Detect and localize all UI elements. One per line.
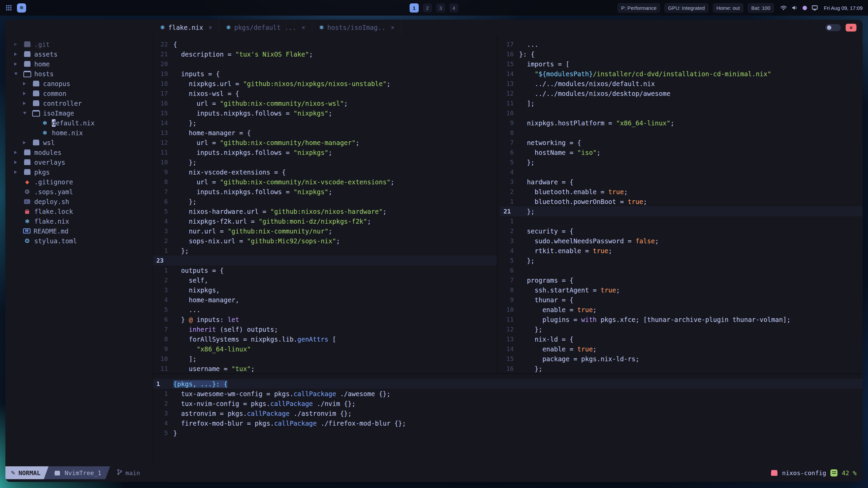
code-line: 7 programs = { (500, 275, 863, 285)
tree-item-default-nix[interactable]: ❄default.nix (14, 118, 153, 128)
workspace-2[interactable]: 2 (423, 3, 432, 13)
tree-item-stylua-toml[interactable]: ⚙stylua.toml (14, 236, 153, 246)
line-number: 15 (500, 60, 519, 67)
tree-item-gitignore[interactable]: ◆.gitignore (14, 177, 153, 187)
workspace-4[interactable]: 4 (449, 3, 458, 13)
tab-close-icon[interactable]: × (302, 24, 305, 31)
tree-item-home[interactable]: home (14, 59, 153, 69)
tree-item-pkgs[interactable]: pkgs (14, 167, 153, 177)
tab-pkgs-default[interactable]: ❄pkgs/default ...× (219, 20, 312, 35)
tree-item-modules[interactable]: modules (14, 147, 153, 157)
apps-grid-icon[interactable] (5, 4, 12, 11)
tree-item-assets[interactable]: assets (14, 49, 153, 59)
code-line: 5} (153, 428, 863, 438)
mode-indicator: ✎ NORMAL (5, 466, 48, 479)
workspace-1[interactable]: 1 (410, 3, 419, 13)
line-number: 4 (153, 420, 173, 427)
code-text: nixpkgs.url = "github:nixos/nixpkgs/nixo… (173, 80, 391, 87)
code-text: sops-nix.url = "github:Mic92/sops-nix"; (173, 237, 340, 245)
code-text: { (173, 41, 177, 48)
tree-item-flake-lock[interactable]: flake.lock (14, 206, 153, 216)
line-number: 6 (153, 316, 173, 323)
code-line: 4 firefox-mod-blur = pkgs.callPackage ./… (153, 418, 863, 428)
code-text: nur.url = "github:nix-community/nur"; (173, 227, 332, 235)
chevron-closed-icon (14, 43, 23, 46)
line-number: 11 (500, 316, 519, 323)
nix-logo-icon[interactable]: ❄ (17, 3, 26, 13)
chevron-closed-icon (14, 151, 23, 154)
tree-item-label: home.nix (52, 129, 83, 137)
code-text: home-manager = { (173, 129, 251, 137)
line-number: 5 (153, 208, 173, 215)
tree-item-home-nix[interactable]: ❄home.nix (14, 128, 153, 138)
editor-pane-flake-nix[interactable]: 22{21 description = "tux's NixOS Flake";… (153, 35, 497, 373)
tree-item-readme-md[interactable]: README.md (14, 226, 153, 236)
line-number: 16 (500, 365, 519, 372)
code-text: url = "github:nix-community/nix-vscode-e… (173, 178, 394, 186)
chevron-closed-icon (14, 170, 23, 174)
code-text: }; (173, 159, 197, 166)
markdown-icon (23, 228, 31, 233)
line-number: 16 (153, 100, 173, 107)
code-text: bluetooth.enable = true; (519, 188, 628, 196)
line-number: 2 (153, 400, 173, 407)
code-line: 1 tux-awesome-wm-config = pkgs.callPacka… (153, 389, 863, 399)
tab-hosts-isoimag[interactable]: ❄hosts/isoImag..× (312, 20, 401, 35)
tree-item-isoimage[interactable]: isoImage (14, 108, 153, 118)
tree-item-canopus[interactable]: canopus (14, 79, 153, 88)
code-text: home-manager, (173, 296, 239, 304)
code-text: {pkgs, ...}: { (173, 380, 228, 388)
code-line: 6 }; (153, 197, 497, 206)
tab-label: pkgs/default ... (234, 24, 296, 31)
code-line: 8 (500, 128, 863, 138)
tree-item-overlays[interactable]: overlays (14, 157, 153, 167)
volume-icon[interactable] (792, 5, 798, 11)
code-line: 6 (500, 265, 863, 275)
tree-item-deploy-sh[interactable]: deploy.sh (14, 197, 153, 206)
window-toggle[interactable] (825, 24, 841, 31)
tree-item-flake-nix[interactable]: ❄flake.nix (14, 216, 153, 226)
workspace-3[interactable]: 3 (436, 3, 445, 13)
code-text: nixpkgs, (173, 286, 220, 294)
bufferline: ❄flake.nix×❄pkgs/default ...×❄hosts/isoI… (5, 20, 863, 35)
code-line: 13 ../../modules/nixos/default.nix (500, 79, 863, 88)
code-text: networking = { (519, 139, 581, 146)
editor-pane-iso-default-nix[interactable]: 17 ...16}: {15 imports = [14 "${modulesP… (497, 35, 863, 373)
line-number: 6 (153, 198, 173, 205)
code-text: }; (519, 208, 535, 215)
tab-close-icon[interactable]: × (391, 24, 394, 31)
status-battery: Bat: 100 (748, 3, 774, 13)
tab-close-icon[interactable]: × (209, 24, 212, 31)
code-text: inherit (self) outputs; (173, 326, 278, 333)
tree-buffer-icon (53, 470, 61, 475)
line-number: 1 (500, 218, 519, 225)
code-line: 7 networking = { (500, 138, 863, 147)
tree-item-label: overlays (34, 159, 65, 166)
tab-flake-nix[interactable]: ❄flake.nix× (153, 20, 219, 35)
code-text: } (173, 429, 177, 437)
tree-item-wsl[interactable]: wsl (14, 138, 153, 147)
line-number: 8 (500, 129, 519, 136)
code-text: plugins = with pkgs.xfce; [thunar-archiv… (519, 316, 791, 323)
code-line: 2 self, (153, 275, 497, 285)
window-close-button[interactable]: × (846, 24, 856, 32)
tree-item-label: flake.nix (34, 218, 69, 225)
tree-item-git[interactable]: .git (14, 39, 153, 49)
code-line: 10 (500, 108, 863, 118)
tree-item-sops-yaml[interactable]: ⚙.sops.yaml (14, 187, 153, 197)
tree-item-controller[interactable]: controller (14, 98, 153, 108)
pencil-icon: ✎ (11, 470, 15, 476)
tree-item-common[interactable]: common (14, 88, 153, 98)
tree-item-hosts[interactable]: hosts (14, 69, 153, 79)
wifi-icon[interactable] (780, 5, 787, 11)
code-text: ssh.startAgent = true; (519, 286, 620, 294)
editor-pane-pkgs-default-nix[interactable]: 1{pkgs, ...}: {1 tux-awesome-wm-config =… (153, 374, 863, 466)
display-icon[interactable] (812, 5, 818, 11)
code-line: 3 hardware = { (500, 177, 863, 187)
code-line: 11 plugins = with pkgs.xfce; [thunar-arc… (500, 314, 863, 324)
line-number: 3 (153, 227, 173, 235)
buffer-label: NvimTree_1 (64, 469, 101, 476)
accent-dot-icon[interactable] (803, 6, 807, 10)
code-text: ../../modules/nixos/default.nix (519, 80, 655, 87)
line-number: 11 (500, 100, 519, 107)
